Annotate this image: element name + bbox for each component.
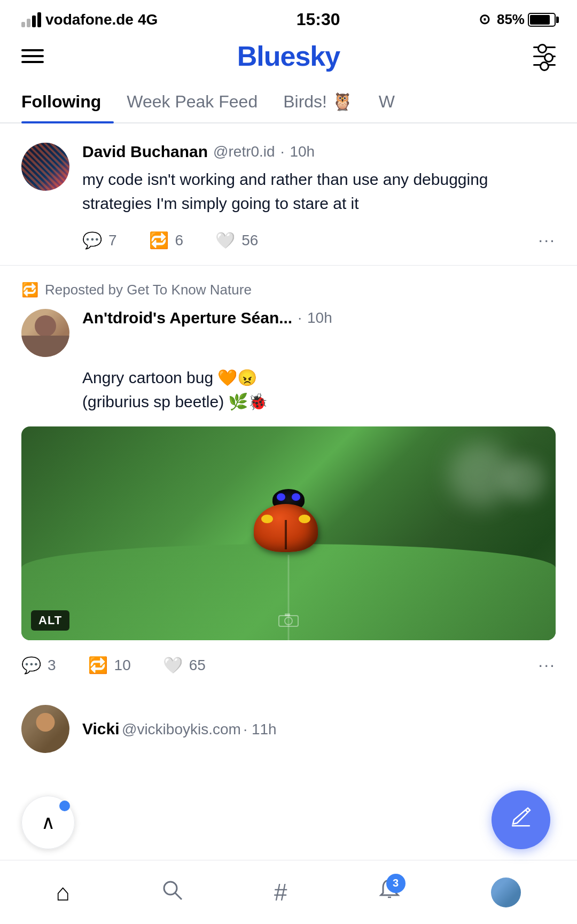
status-left: vodafone.de 4G xyxy=(21,11,158,28)
repost-label-text: Reposted by Get To Know Nature xyxy=(45,282,252,298)
home-icon: ⌂ xyxy=(56,879,70,906)
battery-icon xyxy=(528,13,556,27)
nav-profile[interactable] xyxy=(491,878,521,907)
post-time: 10h xyxy=(307,309,332,327)
bg-blur xyxy=(502,459,545,501)
post-content: An'tdroid's Aperture Séan... · 10h xyxy=(82,309,556,333)
carrier-label: vodafone.de xyxy=(45,11,134,28)
filter-icon-line2 xyxy=(533,56,556,57)
search-icon xyxy=(160,878,184,907)
post-handle: @vickiboykis.com xyxy=(122,721,241,737)
post-actions: 💬 7 🔁 6 🤍 56 ··· xyxy=(82,230,556,250)
battery-indicator: 85% xyxy=(497,11,556,28)
battery-percent: 85% xyxy=(497,11,525,28)
menu-button[interactable] xyxy=(21,49,44,63)
svg-rect-2 xyxy=(285,614,290,616)
like-count: 56 xyxy=(241,232,258,249)
tab-week-peak[interactable]: Week Peak Feed xyxy=(114,83,270,122)
post-text: Angry cartoon bug 🧡😠(griburius sp beetle… xyxy=(82,366,556,414)
repost-icon: 🔁 xyxy=(88,656,108,674)
repost-count: 6 xyxy=(175,232,184,249)
repost-button[interactable]: 🔁 6 xyxy=(149,231,184,250)
nav-hashtag[interactable]: # xyxy=(274,879,287,906)
hashtag-icon: # xyxy=(274,879,287,906)
tab-w[interactable]: W xyxy=(366,83,408,122)
post-handle: @retr0.id xyxy=(213,143,275,160)
beetle-eye xyxy=(292,493,300,501)
repost-icon: 🔁 xyxy=(149,231,169,250)
chevron-up-icon: ∧ xyxy=(41,811,55,834)
status-bar: vodafone.de 4G 15:30 ⊙ 85% xyxy=(0,0,577,35)
profile-avatar xyxy=(491,878,521,907)
app-title: Bluesky xyxy=(237,40,340,72)
status-right: ⊙ 85% xyxy=(479,11,556,28)
svg-rect-3 xyxy=(512,825,530,827)
repost-label-icon: 🔁 xyxy=(21,282,38,298)
post-text: my code isn't working and rather than us… xyxy=(82,167,556,215)
compose-icon xyxy=(508,804,534,836)
camera-watermark xyxy=(278,611,299,631)
tab-following[interactable]: Following xyxy=(21,83,114,122)
location-icon: ⊙ xyxy=(479,11,490,28)
post-image[interactable]: ALT xyxy=(21,426,556,640)
nav-home[interactable]: ⌂ xyxy=(56,879,70,906)
svg-line-5 xyxy=(175,893,182,899)
more-button[interactable]: ··· xyxy=(538,230,556,250)
post-header: An'tdroid's Aperture Séan... · 10h xyxy=(21,309,556,357)
like-icon: 🤍 xyxy=(163,656,183,674)
more-button[interactable]: ··· xyxy=(538,655,556,675)
alt-badge[interactable]: ALT xyxy=(31,610,69,631)
peeked-post: Vicki @vickiboykis.com · 11h xyxy=(0,690,577,753)
reply-button[interactable]: 💬 7 xyxy=(82,231,117,250)
feed: David Buchanan @retr0.id · 10h my code i… xyxy=(0,123,577,753)
like-button[interactable]: 🤍 56 xyxy=(215,231,258,250)
bottom-nav: ⌂ # 3 xyxy=(0,860,577,924)
like-button[interactable]: 🤍 65 xyxy=(163,656,206,674)
avatar[interactable] xyxy=(21,309,69,357)
menu-icon-line3 xyxy=(21,61,44,63)
nav-notifications[interactable]: 3 xyxy=(378,878,401,907)
beetle xyxy=(254,504,323,557)
like-count: 65 xyxy=(189,657,206,674)
post-meta: An'tdroid's Aperture Séan... · 10h xyxy=(82,309,556,327)
beetle-photo: ALT xyxy=(21,426,556,640)
avatar[interactable] xyxy=(21,143,69,191)
menu-icon-line1 xyxy=(21,49,44,51)
reply-count: 3 xyxy=(48,657,56,674)
peeked-post-meta: Vicki @vickiboykis.com · 11h xyxy=(82,720,277,738)
post-author[interactable]: An'tdroid's Aperture Séan... xyxy=(82,309,292,327)
filter-icon-line3 xyxy=(533,64,556,66)
beetle-eye xyxy=(277,493,285,501)
reply-icon: 💬 xyxy=(82,231,102,250)
avatar[interactable] xyxy=(21,705,69,753)
post-item: An'tdroid's Aperture Séan... · 10h Angry… xyxy=(0,309,577,690)
post-author[interactable]: David Buchanan xyxy=(82,143,208,161)
scroll-up-button[interactable]: ∧ xyxy=(21,796,75,849)
menu-icon-line2 xyxy=(21,55,44,57)
reply-icon: 💬 xyxy=(21,656,41,674)
app-header: Bluesky xyxy=(0,35,577,83)
reply-count: 7 xyxy=(108,232,117,249)
compose-button[interactable] xyxy=(492,790,550,849)
repost-button[interactable]: 🔁 10 xyxy=(88,656,131,674)
network-label: 4G xyxy=(138,11,158,28)
filter-icon-line1 xyxy=(533,46,556,48)
battery-fill xyxy=(530,15,550,25)
tabs-bar: Following Week Peak Feed Birds! 🦉 W xyxy=(0,83,577,123)
notification-dot xyxy=(59,801,70,811)
post-time: 10h xyxy=(290,143,315,160)
nav-search[interactable] xyxy=(160,878,184,907)
post-actions: 💬 3 🔁 10 🤍 65 ··· xyxy=(21,655,556,675)
post-time: 11h xyxy=(252,721,277,737)
notification-badge: 3 xyxy=(386,874,406,893)
svg-point-4 xyxy=(164,882,177,895)
reply-button[interactable]: 💬 3 xyxy=(21,656,56,674)
post-content: David Buchanan @retr0.id · 10h my code i… xyxy=(82,143,556,250)
post-item: David Buchanan @retr0.id · 10h my code i… xyxy=(0,123,577,266)
post-author[interactable]: Vicki xyxy=(82,720,120,737)
signal-icon xyxy=(21,12,41,27)
tab-birds[interactable]: Birds! 🦉 xyxy=(270,83,366,122)
post-header: David Buchanan @retr0.id · 10h my code i… xyxy=(21,143,556,250)
post-meta: David Buchanan @retr0.id · 10h xyxy=(82,143,556,161)
filter-button[interactable] xyxy=(533,46,556,66)
